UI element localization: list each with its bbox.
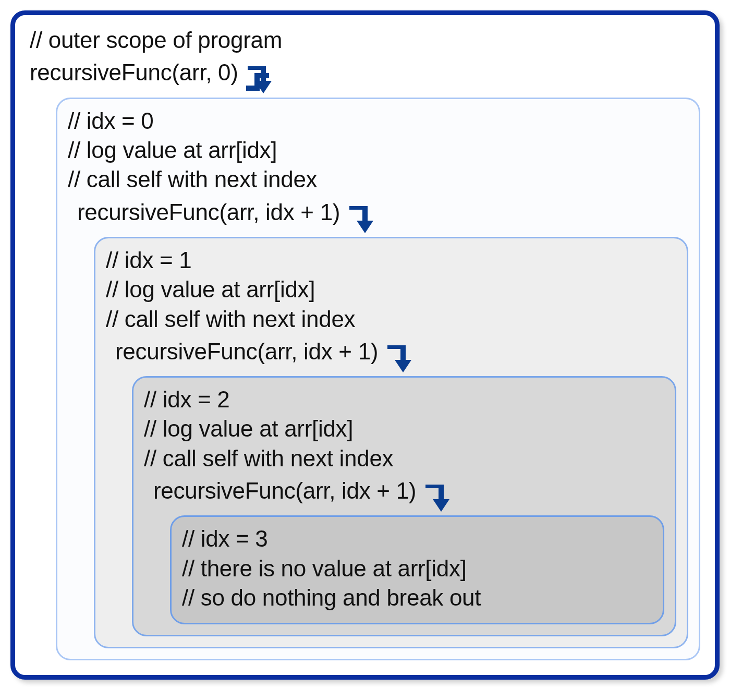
idx1-line2: // log value at arr[idx] xyxy=(106,275,676,304)
idx3-line3: // so do nothing and break out xyxy=(182,583,652,612)
down-right-arrow-icon xyxy=(385,334,413,373)
idx0-call-text: recursiveFunc(arr, idx + 1) xyxy=(77,199,340,225)
outer-call-text: recursiveFunc(arr, 0) xyxy=(30,60,238,86)
idx1-call-text: recursiveFunc(arr, idx + 1) xyxy=(115,339,378,364)
scope-idx-1-box: // idx = 1 // log value at arr[idx] // c… xyxy=(94,237,688,648)
idx2-call-line: recursiveFunc(arr, idx + 1) xyxy=(144,473,664,512)
idx1-line3: // call self with next index xyxy=(106,305,676,334)
idx2-call-text: recursiveFunc(arr, idx + 1) xyxy=(153,478,416,503)
idx1-line1: // idx = 1 xyxy=(106,246,676,275)
down-right-arrow-icon xyxy=(423,473,452,512)
outer-scope-box: // outer scope of program recursiveFunc(… xyxy=(10,10,720,680)
scope-idx-2-box: // idx = 2 // log value at arr[idx] // c… xyxy=(132,376,676,636)
svg-marker-1 xyxy=(357,221,373,233)
svg-marker-3 xyxy=(433,499,449,512)
idx3-line1: // idx = 3 xyxy=(182,524,652,553)
outer-comment: // outer scope of program xyxy=(30,26,700,55)
idx1-call-line: recursiveFunc(arr, idx + 1) xyxy=(106,334,676,373)
down-right-arrow-icon xyxy=(347,195,375,234)
idx0-line3: // call self with next index xyxy=(68,165,688,194)
idx2-line2: // log value at arr[idx] xyxy=(144,414,664,443)
idx2-line1: // idx = 2 xyxy=(144,385,664,414)
scope-idx-0-box: // idx = 0 // log value at arr[idx] // c… xyxy=(56,98,700,661)
outer-call-line: recursiveFunc(arr, 0) xyxy=(30,55,700,94)
scope-idx-3-box: // idx = 3 // there is no value at arr[i… xyxy=(170,515,664,624)
idx0-line1: // idx = 0 xyxy=(68,106,688,136)
idx0-call-line: recursiveFunc(arr, idx + 1) xyxy=(68,195,688,234)
svg-marker-2 xyxy=(395,360,411,372)
idx0-line2: // log value at arr[idx] xyxy=(68,136,688,165)
down-right-arrow-icon xyxy=(246,55,274,94)
idx3-line2: // there is no value at arr[idx] xyxy=(182,554,652,583)
idx2-line3: // call self with next index xyxy=(144,444,664,473)
